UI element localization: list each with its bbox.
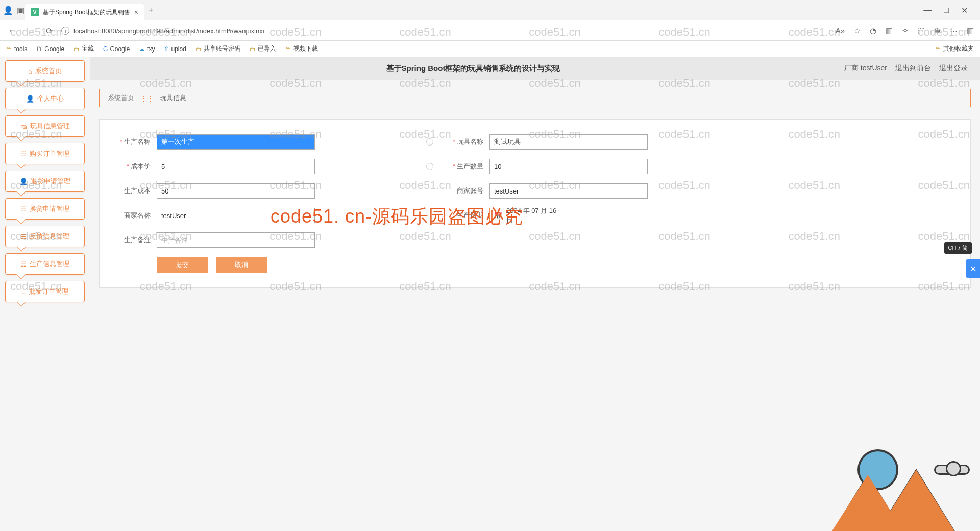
user-icon: 👤 (26, 95, 34, 103)
input-prod-qty[interactable] (489, 159, 648, 174)
input-prod-note[interactable] (157, 232, 315, 248)
sidebar-item-production[interactable]: ☴生产信息管理 (5, 253, 85, 275)
logout[interactable]: 退出登录 (939, 64, 968, 73)
user-label[interactable]: 厂商 testUser (844, 64, 887, 73)
list-icon: ☴ (20, 205, 27, 213)
list-icon: ☴ (20, 260, 27, 268)
bm-imported[interactable]: 🗀已导入 (250, 44, 276, 53)
calendar-icon: 📅 (494, 212, 502, 220)
url-box[interactable]: i localhost:8080/springboottf198/admin/d… (61, 27, 829, 35)
label-merch-acct: 商家账号 (443, 186, 483, 196)
sidebar-item-wholesale[interactable]: ≡批发订单管理 (5, 281, 85, 302)
label-prod-note: 生产备注 (110, 235, 151, 245)
favorites-icon[interactable]: ✧ (902, 26, 909, 35)
decorative-illustration (832, 444, 970, 531)
input-toy-name[interactable] (489, 134, 648, 150)
bm-google2[interactable]: GGoogle (103, 45, 130, 53)
input-merch-name[interactable] (157, 208, 315, 223)
star-icon[interactable]: ☆ (854, 26, 861, 35)
label-merch-name: 商家名称 (110, 211, 151, 220)
label-prod-qty: *生产数量 (443, 162, 483, 171)
tab-bar: 👤 ▣ V 基于Spring Boot框架的玩具销售 × + — □ ✕ (0, 0, 980, 20)
logout-front[interactable]: 退出到前台 (895, 64, 931, 73)
breadcrumb-sep-icon: ⋮⋮ (140, 94, 154, 102)
panel-icon[interactable]: ▣ (16, 6, 24, 14)
page-title: 基于Spring Boot框架的玩具销售系统的设计与实现 (102, 64, 844, 74)
close-icon[interactable]: × (134, 8, 138, 16)
bm-baozang[interactable]: 🗀宝藏 (74, 44, 94, 53)
favicon-icon: V (31, 8, 39, 16)
list-icon: ≡ (21, 288, 26, 296)
input-prod-name[interactable] (157, 134, 315, 150)
list-icon: ☴ (20, 233, 27, 240)
sidebar-toggle-icon[interactable]: ▥ (967, 26, 974, 35)
site-info-icon[interactable]: i (61, 27, 69, 35)
ext3-icon[interactable]: ⊛ (934, 26, 941, 35)
close-window-icon[interactable]: ✕ (961, 6, 968, 15)
form-card: *生产名称 *玩具名称 *成本价 *生产数量 (99, 119, 971, 288)
forward-button[interactable]: → (24, 26, 37, 35)
breadcrumb-current: 玩具信息 (160, 93, 186, 103)
label-prod-date: 生产日期 (443, 211, 483, 220)
input-cost-price[interactable] (157, 159, 315, 174)
input-merch-acct[interactable] (489, 183, 648, 199)
breadcrumb-home[interactable]: 系统首页 (108, 93, 134, 103)
input-prod-date[interactable]: 📅 2024 年 07 月 16 日 (489, 208, 569, 223)
text-size-icon[interactable]: A» (836, 26, 845, 35)
back-button[interactable]: ← (6, 26, 18, 35)
collections-icon[interactable]: ▥ (886, 26, 893, 35)
label-prod-name: *生产名称 (110, 137, 151, 147)
menu-icon[interactable]: ⋯ (950, 26, 958, 35)
browser-tab[interactable]: V 基于Spring Boot框架的玩具销售 × (24, 4, 144, 20)
sidebar-item-exchange[interactable]: ☴换货申请管理 (5, 198, 85, 220)
app-header: 基于Spring Boot框架的玩具销售系统的设计与实现 厂商 testUser… (90, 57, 980, 80)
bm-txy[interactable]: ☁txy (139, 45, 155, 53)
cancel-button[interactable]: 取消 (216, 257, 267, 273)
bookmarks-bar: 🗀tools 🗋Google 🗀宝藏 GGoogle ☁txy ⇧uplod 🗀… (0, 41, 980, 57)
bm-video[interactable]: 🗀视频下载 (285, 44, 318, 53)
new-tab-button[interactable]: + (149, 6, 153, 15)
ext1-icon[interactable]: ◔ (870, 26, 876, 35)
window-controls: — □ ✕ (923, 6, 976, 15)
label-prod-cost: 生产成本 (110, 186, 151, 196)
sidebar-item-return[interactable]: 👤退货申请管理 (5, 171, 85, 192)
url-text: localhost:8080/springboottf198/admin/dis… (74, 27, 264, 35)
ime-badge: CH ♪ 简 (944, 242, 972, 254)
floating-ext-icon[interactable]: ✕ (966, 259, 980, 278)
bm-other[interactable]: 🗀其他收藏夹 (935, 44, 974, 53)
profile-icon[interactable]: 👤 (4, 6, 12, 14)
bm-uplod[interactable]: ⇧uplod (164, 45, 186, 53)
address-bar: ← → ⟳ i localhost:8080/springboottf198/a… (0, 20, 980, 41)
radio-toy-name[interactable] (426, 138, 436, 146)
bm-tools[interactable]: 🗀tools (6, 45, 27, 53)
bm-share[interactable]: 🗀共享账号密码 (195, 44, 240, 53)
maximize-icon[interactable]: □ (944, 6, 949, 15)
label-toy-name: *玩具名称 (443, 137, 483, 147)
sidebar-item-feedback[interactable]: ☴反馈信息管理 (5, 226, 85, 247)
sidebar-item-buy[interactable]: ☴购买订单管理 (5, 143, 85, 164)
sidebar-item-toy[interactable]: 🛍玩具信息管理 (5, 115, 85, 137)
bm-google[interactable]: 🗋Google (36, 45, 64, 53)
label-cost-price: *成本价 (110, 162, 151, 171)
minimize-icon[interactable]: — (923, 6, 932, 15)
home-icon: ⌂ (28, 67, 32, 75)
breadcrumb: 系统首页 ⋮⋮ 玩具信息 (99, 89, 971, 107)
reload-button[interactable]: ⟳ (43, 26, 55, 36)
bag-icon: 🛍 (20, 123, 27, 130)
list-icon: ☴ (20, 150, 27, 158)
tab-title: 基于Spring Boot框架的玩具销售 (43, 8, 130, 17)
ext2-icon[interactable]: ⬚ (918, 26, 925, 35)
user-icon: 👤 (19, 178, 28, 185)
sidebar-item-personal[interactable]: 👤个人中心 (5, 88, 85, 109)
browser-chrome: 👤 ▣ V 基于Spring Boot框架的玩具销售 × + — □ ✕ ← →… (0, 0, 980, 41)
sidebar-item-home[interactable]: ⌂系统首页 (5, 60, 85, 82)
input-prod-cost[interactable] (157, 183, 315, 199)
radio-prod-qty[interactable] (426, 163, 436, 170)
sidebar: ⌂系统首页 👤个人中心 🛍玩具信息管理 ☴购买订单管理 👤退货申请管理 ☴换货申… (0, 57, 90, 531)
submit-button[interactable]: 提交 (157, 257, 208, 273)
